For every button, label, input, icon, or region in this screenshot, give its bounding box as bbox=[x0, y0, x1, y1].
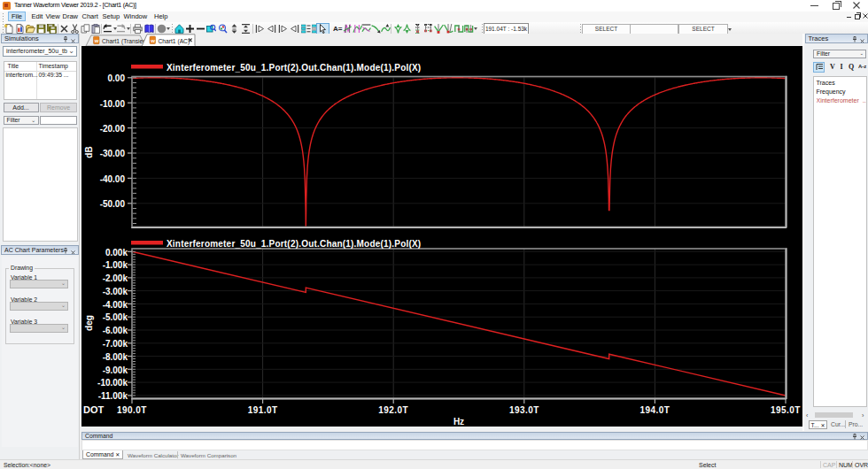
svg-text:195.0T: 195.0T bbox=[771, 405, 801, 415]
svg-text:Chart1 (AC): Chart1 (AC) bbox=[159, 38, 190, 45]
svg-text:-40.00: -40.00 bbox=[100, 174, 126, 184]
svg-text:Hz: Hz bbox=[453, 417, 464, 427]
svg-text:w: w bbox=[150, 38, 155, 43]
svg-text:192.0T: 192.0T bbox=[378, 405, 408, 415]
svg-text:DOT: DOT bbox=[83, 404, 105, 415]
svg-text:0.00k: 0.00k bbox=[105, 248, 128, 258]
svg-text:-30.00: -30.00 bbox=[100, 149, 126, 158]
svg-text:Xinterferometer_50u_1.Port(2).: Xinterferometer_50u_1.Port(2).Out.Chan(1… bbox=[167, 63, 421, 73]
svg-text:w: w bbox=[94, 38, 99, 43]
svg-text:-10.00: -10.00 bbox=[100, 99, 126, 109]
svg-text:A=: A= bbox=[333, 25, 343, 33]
svg-text:-8.00k: -8.00k bbox=[103, 352, 128, 362]
svg-text:-3.00k: -3.00k bbox=[103, 287, 128, 296]
svg-text:deg: deg bbox=[84, 315, 94, 331]
svg-text:191.0T: 191.0T bbox=[248, 405, 278, 415]
svg-text:193.0T: 193.0T bbox=[509, 405, 539, 415]
svg-text:-11.00k: -11.00k bbox=[98, 391, 128, 401]
svg-text:dB: dB bbox=[84, 146, 94, 158]
svg-text:Xinterferometer_50u_1.Port(2).: Xinterferometer_50u_1.Port(2).Out.Chan(1… bbox=[167, 239, 421, 249]
svg-text:0.00: 0.00 bbox=[108, 73, 126, 83]
svg-text:-6.00k: -6.00k bbox=[103, 326, 128, 335]
svg-text:-5.00k: -5.00k bbox=[103, 312, 128, 322]
svg-text:-20.00: -20.00 bbox=[100, 124, 126, 134]
svg-text:-10.00k: -10.00k bbox=[97, 378, 128, 388]
svg-text:194.0T: 194.0T bbox=[639, 405, 670, 415]
svg-text:-4.00k: -4.00k bbox=[103, 300, 128, 310]
svg-text:190.0T: 190.0T bbox=[117, 405, 147, 415]
svg-text:-2.00k: -2.00k bbox=[103, 273, 128, 283]
svg-text:-9.00k: -9.00k bbox=[103, 365, 128, 375]
svg-text:-50.00: -50.00 bbox=[100, 199, 126, 209]
svg-text:-7.00k: -7.00k bbox=[103, 339, 128, 349]
svg-text:-1.00k: -1.00k bbox=[103, 260, 128, 270]
